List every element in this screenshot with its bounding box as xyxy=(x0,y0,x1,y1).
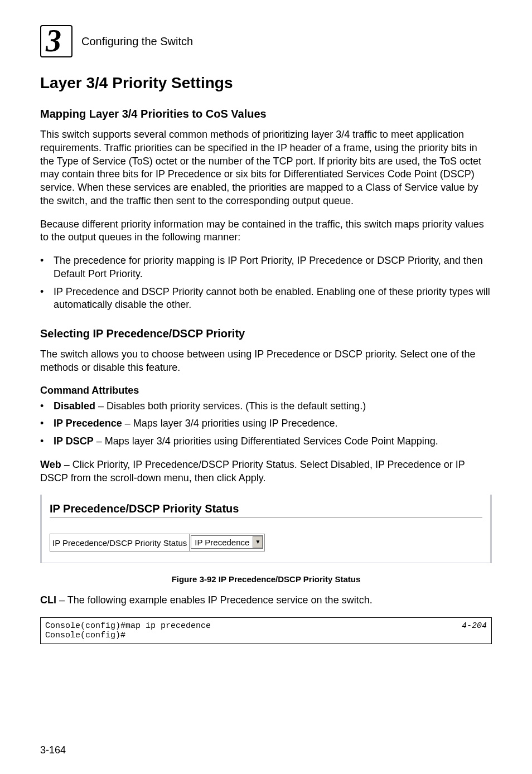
bullet-list-attributes: • Disabled – Disables both priority serv… xyxy=(40,400,492,448)
priority-status-select-wrap: IP Precedence ▼ xyxy=(189,534,264,551)
bullet-list-mapping: • The precedence for priority mapping is… xyxy=(40,254,492,312)
chapter-icon: 3 xyxy=(40,25,72,57)
bullet-dot-icon: • xyxy=(40,417,54,430)
section-heading-selecting: Selecting IP Precedence/DSCP Priority xyxy=(40,327,492,340)
page-title: Layer 3/4 Priority Settings xyxy=(40,74,492,92)
bullet-dot-icon: • xyxy=(40,286,54,312)
priority-status-field: IP Precedence/DSCP Priority Status IP Pr… xyxy=(50,534,265,552)
list-item: • IP DSCP – Maps layer 3/4 priorities us… xyxy=(40,435,492,448)
figure-caption: Figure 3-92 IP Precedence/DSCP Priority … xyxy=(40,574,492,584)
list-item-text: IP DSCP – Maps layer 3/4 priorities usin… xyxy=(54,435,492,448)
priority-status-select[interactable]: IP Precedence ▼ xyxy=(191,535,263,549)
cli-instructions: CLI – The following example enables IP P… xyxy=(40,594,492,607)
command-attributes-heading: Command Attributes xyxy=(40,385,492,396)
list-item: • The precedence for priority mapping is… xyxy=(40,254,492,281)
attr-name: IP DSCP xyxy=(54,436,94,447)
web-label: Web xyxy=(40,459,61,470)
cli-line: Console(config)# xyxy=(45,631,487,640)
list-item-text: IP Precedence – Maps layer 3/4 prioritie… xyxy=(54,417,492,430)
cli-label: CLI xyxy=(40,594,56,606)
paragraph-intro-1: This switch supports several common meth… xyxy=(40,128,492,208)
attr-desc: – Disables both priority services. (This… xyxy=(95,400,366,412)
attr-name: Disabled xyxy=(54,400,95,412)
web-instructions: Web – Click Priority, IP Precedence/DSCP… xyxy=(40,458,492,485)
list-item-text: IP Precedence and DSCP Priority cannot b… xyxy=(54,286,492,312)
screenshot-title: IP Precedence/DSCP Priority Status xyxy=(50,502,482,515)
list-item: • IP Precedence and DSCP Priority cannot… xyxy=(40,286,492,312)
chevron-down-icon: ▼ xyxy=(253,536,263,548)
page-container: 3 Configuring the Switch Layer 3/4 Prior… xyxy=(0,0,532,666)
screenshot-divider xyxy=(50,517,482,518)
cli-text: – The following example enables IP Prece… xyxy=(56,594,373,606)
section-heading-mapping: Mapping Layer 3/4 Priorities to CoS Valu… xyxy=(40,108,492,120)
attr-name: IP Precedence xyxy=(54,418,122,429)
bullet-dot-icon: • xyxy=(40,435,54,448)
bullet-dot-icon: • xyxy=(40,254,54,281)
attr-desc: – Maps layer 3/4 priorities using IP Pre… xyxy=(122,418,338,429)
bullet-dot-icon: • xyxy=(40,400,54,413)
page-number: 3-164 xyxy=(40,744,66,756)
chapter-title: Configuring the Switch xyxy=(81,35,193,48)
chapter-number: 3 xyxy=(46,23,61,59)
cli-command: Console(config)#map ip precedence xyxy=(45,621,211,631)
web-text: – Click Priority, IP Precedence/DSCP Pri… xyxy=(40,459,465,483)
cli-command: Console(config)# xyxy=(45,631,125,640)
paragraph-selecting: The switch allows you to choose between … xyxy=(40,348,492,375)
screenshot-panel: IP Precedence/DSCP Priority Status IP Pr… xyxy=(40,495,492,563)
list-item-text: Disabled – Disables both priority servic… xyxy=(54,400,492,413)
running-header: 3 Configuring the Switch xyxy=(40,25,492,57)
attr-desc: – Maps layer 3/4 priorities using Differ… xyxy=(94,436,438,447)
priority-status-label: IP Precedence/DSCP Priority Status xyxy=(50,536,189,550)
cli-reference: 4-204 xyxy=(462,621,487,631)
paragraph-intro-2: Because different priority information m… xyxy=(40,218,492,245)
list-item: • IP Precedence – Maps layer 3/4 priorit… xyxy=(40,417,492,430)
cli-code-block: Console(config)#map ip precedence 4-204 … xyxy=(40,617,492,644)
priority-status-select-value: IP Precedence xyxy=(191,538,253,547)
list-item-text: The precedence for priority mapping is I… xyxy=(54,254,492,281)
cli-line: Console(config)#map ip precedence 4-204 xyxy=(45,621,487,631)
list-item: • Disabled – Disables both priority serv… xyxy=(40,400,492,413)
